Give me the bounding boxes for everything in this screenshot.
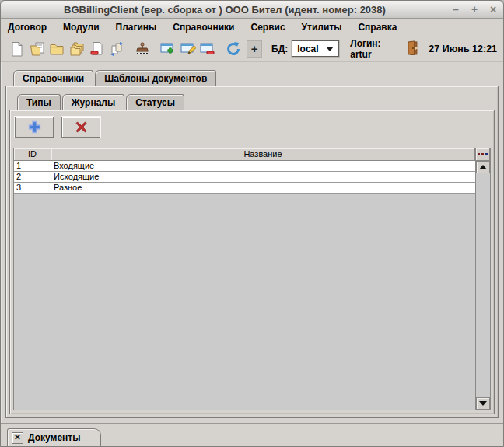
login-label: Логин: artur xyxy=(350,38,399,60)
column-header-id[interactable]: ID xyxy=(14,148,51,161)
db-selected-value: local xyxy=(297,44,318,54)
menu-utility[interactable]: Утилиты xyxy=(302,22,342,33)
remove-page-button[interactable] xyxy=(89,40,106,58)
folders-button[interactable] xyxy=(68,40,86,58)
dock-tab-label: Документы xyxy=(28,432,80,443)
tab-zhurnaly[interactable]: Журналы xyxy=(62,94,124,110)
tab-spravochniki[interactable]: Справочники xyxy=(13,70,93,86)
table-header: ID Название xyxy=(14,148,475,161)
toolbar: + БД: local Логин: artur 27 Июнь 12:21 xyxy=(1,36,503,62)
sync-pages-button[interactable] xyxy=(108,40,125,58)
tab-statusy[interactable]: Статусы xyxy=(126,94,184,110)
db-select[interactable]: local xyxy=(292,40,339,57)
arrow-down-icon xyxy=(479,401,487,406)
dot-icon xyxy=(485,153,488,155)
app-window: BGBillingClient (вер. сборка от ) ООО Би… xyxy=(0,0,504,447)
menu-spravka[interactable]: Справка xyxy=(358,22,397,33)
red-x-icon xyxy=(75,120,88,134)
bottom-dock: ✕ Документы xyxy=(1,423,503,446)
table-viewport: 1 Входящие 2 Исходящие 3 Разное xyxy=(14,161,475,410)
dropdown-arrow-icon xyxy=(326,47,334,51)
add-db-button[interactable]: + xyxy=(247,40,262,58)
dock-close-button[interactable]: ✕ xyxy=(12,432,23,444)
title-bar[interactable]: BGBillingClient (вер. сборка от ) ООО Би… xyxy=(1,1,503,19)
new-document-icon xyxy=(9,41,25,57)
dot-icon xyxy=(481,153,484,155)
open-document-icon xyxy=(30,41,45,57)
folders-icon xyxy=(69,41,85,57)
menu-moduli[interactable]: Модули xyxy=(63,22,99,33)
menu-bar: Договор Модули Плагины Справочники Серви… xyxy=(1,19,503,36)
add-window-button[interactable] xyxy=(159,40,177,58)
remove-window-button[interactable] xyxy=(199,40,216,58)
table-row[interactable]: 2 Исходящие xyxy=(14,172,475,183)
minimize-button[interactable]: – xyxy=(450,4,461,15)
journals-table: ID Название 1 Входящие xyxy=(13,148,491,410)
refresh-icon xyxy=(226,41,241,57)
window-controls: – + × xyxy=(450,1,499,18)
menu-spravochniki[interactable]: Справочники xyxy=(173,22,234,33)
cell-id[interactable]: 2 xyxy=(14,172,51,182)
close-button[interactable]: × xyxy=(488,4,499,15)
folder-icon xyxy=(49,41,65,57)
maximize-button[interactable]: + xyxy=(469,4,480,15)
cell-name[interactable]: Входящие xyxy=(51,161,475,171)
open-document-button[interactable] xyxy=(29,40,46,58)
menu-plaginy[interactable]: Плагины xyxy=(116,22,157,33)
spravochniki-panel: Типы Журналы Статусы xyxy=(5,86,499,418)
scroll-down-button[interactable] xyxy=(476,397,490,410)
cell-name[interactable]: Исходящие xyxy=(51,172,475,182)
stamp-icon xyxy=(135,41,150,57)
db-label: БД: xyxy=(271,44,288,54)
arrow-up-icon xyxy=(479,165,487,169)
table-row[interactable]: 3 Разное xyxy=(14,183,475,194)
column-options-button[interactable] xyxy=(475,148,490,161)
action-button-row xyxy=(13,113,491,143)
open-folder-button[interactable] xyxy=(48,40,65,58)
table-row[interactable]: 1 Входящие xyxy=(14,161,475,172)
cell-id[interactable]: 1 xyxy=(14,161,51,171)
edit-window-icon xyxy=(180,41,196,57)
refresh-button[interactable] xyxy=(225,40,242,58)
plus-icon xyxy=(28,120,41,134)
stamp-button[interactable] xyxy=(134,40,151,58)
dock-tab-dokumenty[interactable]: ✕ Документы xyxy=(7,428,101,446)
clock-label: 27 Июнь 12:21 xyxy=(429,44,497,54)
new-document-button[interactable] xyxy=(9,40,26,58)
logout-button[interactable] xyxy=(405,40,421,58)
outer-tab-bar: Справочники Шаблоны документов xyxy=(5,68,499,86)
inner-tab-bar: Типы Журналы Статусы xyxy=(9,93,495,110)
main-area: Справочники Шаблоны документов Типы Журн… xyxy=(1,62,503,423)
delete-row-button[interactable] xyxy=(61,117,100,138)
remove-page-icon xyxy=(89,41,105,57)
cell-id[interactable]: 3 xyxy=(14,183,51,193)
cell-name[interactable]: Разное xyxy=(51,183,475,193)
window-title: BGBillingClient (вер. сборка от ) ООО Би… xyxy=(1,4,503,16)
tab-shablony-dokumentov[interactable]: Шаблоны документов xyxy=(95,70,216,86)
zhurnaly-panel: ID Название 1 Входящие xyxy=(9,110,495,414)
door-icon xyxy=(405,40,421,56)
add-window-icon xyxy=(160,41,176,57)
tab-tipy[interactable]: Типы xyxy=(17,94,61,110)
vertical-scrollbar[interactable] xyxy=(475,161,490,410)
add-row-button[interactable] xyxy=(15,117,54,138)
scroll-up-button[interactable] xyxy=(476,161,490,173)
dot-icon xyxy=(478,153,480,155)
column-header-name[interactable]: Название xyxy=(51,148,475,161)
remove-window-icon xyxy=(200,41,215,57)
edit-window-button[interactable] xyxy=(180,40,197,58)
menu-servis[interactable]: Сервис xyxy=(250,22,285,33)
sync-pages-icon xyxy=(109,41,124,57)
menu-dogovor[interactable]: Договор xyxy=(8,22,47,33)
